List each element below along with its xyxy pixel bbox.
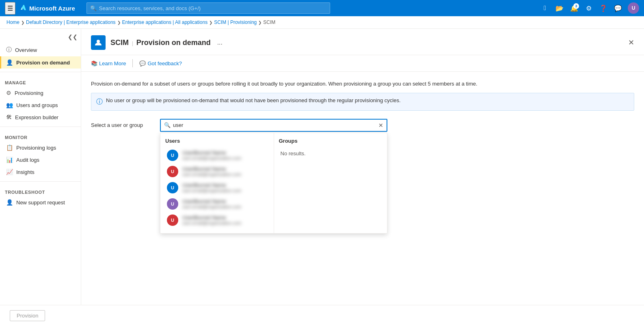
sidebar-item-provisioning-logs[interactable]: 📋 Provisioning logs <box>0 142 81 154</box>
search-input-container: 🔍 ✕ <box>160 119 387 132</box>
users-column-header: Users <box>165 138 269 144</box>
sidebar-item-insights[interactable]: 📈 Insights <box>0 166 81 178</box>
dropdown-columns: Users U UserBlurred Name user.email@orga… <box>160 133 387 233</box>
no-results-text: No results. <box>279 147 383 160</box>
sidebar-collapse-area: ❮❮ <box>0 32 81 43</box>
user-avatar-1: U <box>167 166 178 177</box>
page-header: SCIM | Provision on demand ... ✕ <box>81 29 644 55</box>
feedback-button[interactable]: 💬 <box>612 2 625 15</box>
feedback-label: Got feedback? <box>147 60 182 66</box>
sidebar-item-support[interactable]: 👤 New support request <box>0 196 81 208</box>
feedback-icon: 💬 <box>139 60 146 66</box>
form-label: Select a user or group <box>91 119 152 128</box>
search-clear-button[interactable]: ✕ <box>378 122 383 129</box>
sidebar-item-overview[interactable]: ⓘ Overview <box>0 43 81 56</box>
brand-logo: Microsoft Azure <box>19 4 75 12</box>
page-title: SCIM | Provision on demand <box>110 39 211 47</box>
search-dropdown: Users U UserBlurred Name user.email@orga… <box>160 133 387 234</box>
feedback-link[interactable]: 💬 Got feedback? <box>139 60 182 66</box>
user-email-3: user.email@organization.com <box>182 204 267 209</box>
global-search-box[interactable]: 🔍 <box>86 2 330 14</box>
sidebar-item-provisioning[interactable]: ⚙ Provisioning <box>0 87 81 99</box>
insights-icon: 📈 <box>6 169 13 175</box>
provision-on-demand-content: Provision on-demand for a subset of user… <box>81 72 644 146</box>
form-row: Select a user or group 🔍 ✕ Users <box>91 119 634 132</box>
directory-button[interactable]: 📂 <box>553 2 566 15</box>
user-item-4[interactable]: U UserBlurred Name user.email@organizati… <box>165 212 269 228</box>
close-button[interactable]: ✕ <box>628 38 634 47</box>
sidebar-collapse-button[interactable]: ❮❮ <box>68 34 78 40</box>
help-button[interactable]: ❓ <box>597 2 610 15</box>
azure-logo-icon <box>19 4 27 12</box>
user-avatar-2: U <box>167 182 178 193</box>
more-options-button[interactable]: ... <box>216 37 224 48</box>
user-name-3: UserBlurred Name <box>182 198 267 204</box>
user-info-2: UserBlurred Name user.email@organization… <box>182 182 267 193</box>
sidebar-item-audit-logs[interactable]: 📊 Audit logs <box>0 154 81 166</box>
user-avatar-0: U <box>167 150 178 161</box>
expression-icon: 🛠 <box>6 114 12 120</box>
info-circle-icon: ⓘ <box>6 46 12 54</box>
user-item-0[interactable]: U UserBlurred Name user.email@organizati… <box>165 147 269 163</box>
breadcrumb-sep-4: ❯ <box>258 20 261 25</box>
user-info-3: UserBlurred Name user.email@organization… <box>182 198 267 209</box>
breadcrumb-home[interactable]: Home <box>6 19 19 25</box>
user-info-1: UserBlurred Name user.email@organization… <box>182 166 267 177</box>
breadcrumb-enterprise-apps[interactable]: Default Directory | Enterprise applicati… <box>26 19 116 25</box>
topbar-icons:  📂 🔔 3 ⚙ ❓ 💬 U <box>538 2 639 15</box>
global-search-input[interactable] <box>99 5 326 11</box>
page-header-icon <box>91 35 106 50</box>
user-item-1[interactable]: U UserBlurred Name user.email@organizati… <box>165 163 269 180</box>
breadcrumb-sep-2: ❯ <box>117 20 121 25</box>
sidebar-label-overview: Overview <box>15 47 37 53</box>
provisioning-icon: ⚙ <box>6 90 11 96</box>
audit-icon: 📊 <box>6 157 13 163</box>
sidebar-label-insights: Insights <box>16 169 35 175</box>
sidebar-item-provision-on-demand[interactable]: 👤 Provision on demand <box>0 56 81 69</box>
user-avatar[interactable]: U <box>628 2 639 14</box>
toolbar: 📚 Learn More 💬 Got feedback? <box>81 55 644 72</box>
bottom-action-bar: Provision <box>81 305 644 325</box>
sidebar-section-manage: Manage <box>0 75 81 87</box>
sidebar-label-provision-on-demand: Provision on demand <box>16 60 70 66</box>
sidebar-label-expression-builder: Expression builder <box>15 114 58 120</box>
provision-icon: 👤 <box>6 59 13 66</box>
page-app-name: SCIM <box>110 39 129 47</box>
groups-column-header: Groups <box>279 138 383 144</box>
sidebar-item-users-groups[interactable]: 👥 Users and groups <box>0 99 81 111</box>
support-icon: 👤 <box>6 199 13 206</box>
sidebar-item-expression-builder[interactable]: 🛠 Expression builder <box>0 111 81 123</box>
user-item-3[interactable]: U UserBlurred Name user.email@organizati… <box>165 196 269 212</box>
breadcrumb-current: SCIM <box>263 19 275 25</box>
user-name-1: UserBlurred Name <box>182 166 267 172</box>
groups-column: Groups No results. <box>274 133 387 233</box>
sidebar-section-troubleshoot: Troubleshoot <box>0 185 81 196</box>
learn-more-link[interactable]: 📚 Learn More <box>91 60 126 66</box>
sidebar-divider-3 <box>0 181 81 182</box>
page-header-text: SCIM | Provision on demand <box>110 39 211 47</box>
hamburger-menu-button[interactable]: ☰ <box>5 2 15 15</box>
main-content-area: SCIM | Provision on demand ... ✕ 📚 Learn… <box>81 29 644 325</box>
info-box: ⓘ No user or group will be provisioned o… <box>91 93 634 111</box>
sidebar-label-support: New support request <box>16 199 65 206</box>
breadcrumb-all-apps[interactable]: Enterprise applications | All applicatio… <box>122 19 208 25</box>
main-layout: ❮❮ ⓘ Overview 👤 Provision on demand Mana… <box>0 29 644 325</box>
cloud-shell-button[interactable]:  <box>538 2 551 15</box>
settings-button[interactable]: ⚙ <box>582 2 595 15</box>
sidebar: ❮❮ ⓘ Overview 👤 Provision on demand Mana… <box>0 29 81 325</box>
learn-more-label: Learn More <box>99 60 126 66</box>
user-group-search-input[interactable] <box>173 122 376 128</box>
user-email-4: user.email@organization.com <box>182 221 267 225</box>
search-wrapper: 🔍 ✕ Users U <box>160 119 387 132</box>
info-message: No user or group will be provisioned on-… <box>106 97 401 103</box>
user-email-1: user.email@organization.com <box>182 172 267 177</box>
sidebar-divider-2 <box>0 127 81 127</box>
brand-name: Microsoft Azure <box>29 5 75 12</box>
sidebar-label-provisioning: Provisioning <box>15 90 43 96</box>
book-icon: 📚 <box>91 60 97 66</box>
user-email-2: user.email@organization.com <box>182 188 267 193</box>
notifications-button[interactable]: 🔔 3 <box>568 2 581 15</box>
user-item-2[interactable]: U UserBlurred Name user.email@organizati… <box>165 180 269 196</box>
breadcrumb-provisioning[interactable]: SCIM | Provisioning <box>214 19 257 25</box>
user-name-0: UserBlurred Name <box>182 150 267 156</box>
